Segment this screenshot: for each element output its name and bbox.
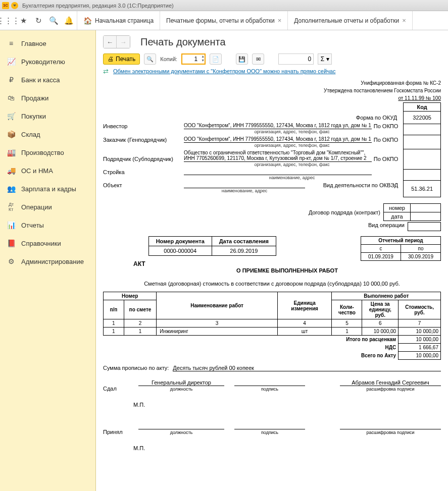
period-to-lbl: по [401,245,440,253]
tab-home[interactable]: 🏠 Начальная страница [77,11,160,30]
kved-label: Вид деятельности по ОКВЭД [323,182,401,188]
sdal-sign [234,379,305,386]
sum-propis-lbl: Сумма прописью по акту: [103,365,169,371]
bell-icon[interactable]: 🔔 [65,17,73,25]
tab-label: Начальная страница [95,17,154,24]
number-input[interactable] [278,53,314,65]
preview-button[interactable]: 🔍 [144,53,156,65]
ruble-icon: ₽ [7,76,15,84]
customer-label: Заказчик (Генподрядчик) [103,137,184,143]
itogo-val: 10 000,00 [399,336,441,344]
vsego-val: 10 000,00 [399,352,441,360]
sidebar-item-catalogs[interactable]: 📕Справочники [0,234,95,252]
sidebar-item-main[interactable]: ≡Главное [0,34,95,52]
back-button[interactable]: ← [104,36,117,48]
sidebar-item-admin[interactable]: ⚙Администрирование [0,252,95,270]
code-table: Код 322005 51.36.21 [403,102,441,197]
docnum-table: Номер документаДата составления 0000-000… [148,236,276,256]
okpo-label: По ОКПО [372,137,400,143]
sum-button[interactable]: Σ ▾ [318,53,332,65]
app-title: Бухгалтерия предприятия, редакция 3.0 (1… [22,3,174,9]
save-button[interactable]: 💾 [236,53,248,65]
email-button[interactable]: ✉ [252,53,264,65]
prinyal-sign [234,423,305,429]
document-body: Унифицированная форма № КС-2 Утверждена … [103,80,441,451]
stroyka-sub: наименование, адрес [184,175,400,180]
history-icon[interactable]: ↻ [34,17,42,25]
edo-icon: ⇄ [103,68,110,75]
tab-print-forms[interactable]: Печатные формы, отчеты и обработки × [160,11,288,30]
tab-label: Печатные формы, отчеты и обработки [166,17,275,24]
sidebar-item-operations[interactable]: ДтКтОперации [0,198,95,216]
hdr-qty: Коли-чество [332,300,362,319]
hdr-pp: п/п [104,300,124,319]
people-icon: 👥 [7,185,15,193]
nav-buttons: ← → [103,35,130,48]
sdal-label: Сдал [103,386,128,392]
menu-icon: ≡ [7,39,15,47]
sidebar-item-production[interactable]: 🏭Производство [0,143,95,161]
edo-link[interactable]: Обмен электронными документами с "Конфет… [113,68,335,74]
object-sub: наименование, адрес [184,188,305,193]
form-header-2: Утверждена постановлением Госкомстата Ро… [103,87,441,94]
mp: М.П. [133,445,441,451]
page-title: Печать документа [140,36,226,48]
investor-value: ООО "Конфетпром", ИНН 7799555550, 127434… [184,123,372,129]
works-table: Номер Наименование работ Единица измерен… [103,292,441,360]
fio-sub: расшифровка подписи [367,387,415,392]
star-icon[interactable]: ★ [19,17,27,25]
hdr-cost: Стоимость, руб. [399,300,441,319]
period-from: 01.09.2019 [361,253,401,261]
sidebar-item-sales[interactable]: 🛍Продажи [0,89,95,107]
sidebar-item-os[interactable]: 🚚ОС и НМА [0,161,95,180]
empty-cell [404,170,441,181]
hdr-nomer: Номер [104,292,157,300]
docnum: 0000-000004 [148,246,212,256]
close-icon[interactable]: × [402,17,406,24]
prinyal-fio [340,423,441,429]
app-menu-dropdown[interactable] [11,2,18,9]
content-area: ← → Печать документа 🖨 Печать 🔍 Копий: ▲… [96,30,448,491]
search-icon[interactable]: 🔍 [49,17,58,25]
sidebar-item-bank[interactable]: ₽Банк и касса [0,71,95,89]
pos-sub: должность [170,387,193,392]
okud-label: Форма по ОКУД [356,115,397,121]
home-icon: 🏠 [83,17,92,25]
forward-button[interactable]: → [117,36,130,48]
template-button[interactable]: 📄 [210,53,222,65]
sdal-pos: Генеральный директор [138,379,224,386]
sidebar-item-warehouse[interactable]: 📦Склад [0,125,95,143]
period-table: Отчетный период спо 01.09.201930.09.2019 [361,236,441,261]
spinner-icon[interactable]: ▲▼ [201,54,205,63]
action-toolbar: 🖨 Печать 🔍 Копий: ▲▼ 📄 💾 ✉ Σ ▾ [103,53,441,65]
tab-add-reports[interactable]: Дополнительные отчеты и обработки × [288,11,412,30]
contract-num-cell [411,204,441,212]
quick-icons: ⋮⋮⋮ ★ ↻ 🔍 🔔 [0,11,77,30]
edo-link-row: ⇄ Обмен электронными документами с "Конф… [103,68,441,75]
docnum-hdr: Номер документа [148,237,212,246]
apps-icon[interactable]: ⋮⋮⋮ [4,17,12,25]
logo-1c: 1C [2,2,9,9]
fio-sub: расшифровка подписи [367,430,415,435]
hdr-price: Цена за единицу, руб. [362,300,399,319]
contract-label: Договор подряда (контракт) [309,209,383,215]
sidebar-item-reports[interactable]: 📊Отчеты [0,216,95,234]
form-header-1: Унифицированная форма № КС-2 [103,80,441,86]
close-icon[interactable]: × [278,17,282,24]
print-button[interactable]: 🖨 Печать [103,53,140,65]
pos-sub: должность [170,430,193,435]
vid-op-cell [408,222,441,231]
hdr-unit: Единица измерения [277,292,332,319]
period-from-lbl: с [361,245,401,253]
sidebar-item-purchases[interactable]: 🛒Покупки [0,107,95,125]
sidebar-item-salary[interactable]: 👥Зарплата и кадры [0,180,95,198]
sidebar-item-manager[interactable]: 📈Руководителю [0,52,95,71]
sign-sub: подпись [261,430,278,435]
contract-num-lbl: номер [384,204,411,212]
contractor-label: Подрядчик (Субподрядчик) [103,156,184,162]
akt-sub: О ПРИЕМКЕ ВЫПОЛНЕННЫХ РАБОТ [133,267,441,274]
box-icon: 📦 [7,130,15,138]
okpo-cell [404,149,441,170]
nds-val: 1 666,67 [399,344,441,352]
code-header: Код [404,103,441,112]
